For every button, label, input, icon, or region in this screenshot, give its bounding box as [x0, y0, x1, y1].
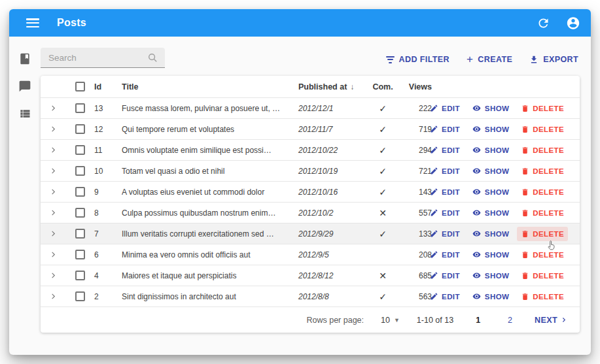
show-button[interactable]: SHOW: [468, 206, 513, 220]
header-com[interactable]: Com.: [364, 82, 402, 91]
show-button[interactable]: SHOW: [468, 164, 513, 178]
edit-button[interactable]: EDIT: [426, 290, 464, 303]
edit-button[interactable]: EDIT: [426, 248, 464, 261]
menu-icon[interactable]: [26, 18, 39, 27]
eye-icon: [472, 104, 482, 112]
row-checkbox[interactable]: [75, 291, 85, 301]
expand-row-button[interactable]: [41, 105, 65, 112]
user-avatar-icon[interactable]: [566, 16, 580, 30]
edit-button[interactable]: EDIT: [426, 185, 464, 199]
delete-button[interactable]: DELETE: [517, 164, 568, 178]
row-checkbox[interactable]: [75, 166, 85, 176]
pencil-icon: [430, 167, 438, 175]
edit-button[interactable]: EDIT: [426, 269, 464, 282]
delete-button[interactable]: DELETE: [517, 185, 568, 199]
edit-button[interactable]: EDIT: [426, 122, 464, 136]
header-id[interactable]: Id: [94, 82, 122, 91]
page-button-2[interactable]: 2: [503, 313, 518, 327]
cell-id: 10: [94, 167, 122, 176]
expand-row-button[interactable]: [41, 146, 65, 154]
cell-commentable: ✓: [364, 291, 402, 302]
row-checkbox[interactable]: [75, 208, 85, 218]
show-button[interactable]: SHOW: [468, 290, 513, 303]
expand-row-button[interactable]: [41, 167, 65, 174]
chevron-right-icon: [50, 167, 57, 174]
show-button[interactable]: SHOW: [468, 101, 513, 115]
expand-row-button[interactable]: [41, 209, 65, 216]
trash-icon: [521, 208, 529, 218]
cell-commentable: ✓: [364, 124, 402, 135]
edit-button[interactable]: EDIT: [426, 164, 464, 178]
create-button[interactable]: + CREATE: [465, 52, 514, 67]
delete-button[interactable]: DELETE: [517, 206, 568, 220]
rows-per-page-select[interactable]: 10 ▼: [381, 316, 400, 325]
expand-row-button[interactable]: [41, 293, 65, 300]
edit-button[interactable]: EDIT: [426, 101, 464, 115]
row-checkbox[interactable]: [75, 250, 85, 259]
cell-published: 2012/10/22: [298, 146, 364, 155]
filter-icon: [386, 56, 395, 63]
select-all-checkbox[interactable]: [75, 82, 85, 91]
table-header-row: Id Title Published at↓ Com. Views: [41, 76, 580, 98]
plus-icon: +: [467, 56, 473, 63]
edit-button[interactable]: EDIT: [426, 227, 464, 240]
header-published[interactable]: Published at↓: [298, 82, 364, 91]
cell-commentable: ✕: [364, 271, 402, 281]
expand-row-button[interactable]: [41, 125, 65, 133]
table-row: 2 Sint dignissimos in architecto aut 201…: [41, 286, 580, 307]
posts-table-card: Id Title Published at↓ Com. Views 13 Fus…: [41, 76, 580, 333]
delete-button[interactable]: DELETE: [517, 227, 568, 241]
cell-published: 2012/10/2: [298, 208, 364, 218]
delete-button[interactable]: DELETE: [517, 143, 568, 157]
show-button[interactable]: SHOW: [468, 227, 513, 240]
delete-button[interactable]: DELETE: [517, 101, 568, 116]
header-title[interactable]: Title: [122, 82, 298, 91]
cell-id: 8: [94, 208, 122, 218]
show-button[interactable]: SHOW: [468, 122, 513, 136]
cell-published: 2012/9/29: [298, 229, 364, 239]
cell-commentable: ✓: [364, 103, 402, 114]
delete-button[interactable]: DELETE: [517, 269, 568, 283]
delete-button[interactable]: DELETE: [517, 122, 568, 137]
row-checkbox[interactable]: [75, 103, 85, 113]
delete-button[interactable]: DELETE: [517, 290, 568, 304]
export-button[interactable]: EXPORT: [528, 52, 580, 67]
header-views[interactable]: Views: [402, 82, 436, 91]
add-filter-button[interactable]: ADD FILTER: [385, 52, 451, 67]
pencil-icon: [430, 229, 438, 238]
cell-title: Omnis voluptate enim similique est possi…: [122, 146, 298, 155]
table-row: 12 Qui tempore rerum et voluptates 2012/…: [41, 119, 580, 140]
row-checkbox[interactable]: [75, 187, 85, 197]
caret-down-icon: ▼: [394, 317, 400, 323]
expand-row-button[interactable]: [41, 251, 65, 258]
cell-title: Culpa possimus quibusdam nostrum enim…: [122, 208, 298, 218]
sidebar-item-comments[interactable]: [17, 78, 33, 94]
row-checkbox[interactable]: [75, 124, 85, 134]
search-input[interactable]: [41, 48, 165, 68]
row-checkbox[interactable]: [75, 145, 85, 155]
show-button[interactable]: SHOW: [468, 143, 513, 157]
cell-id: 6: [94, 250, 122, 259]
show-button[interactable]: SHOW: [468, 269, 513, 282]
sidebar-item-posts[interactable]: [17, 51, 33, 67]
page-button-1[interactable]: 1: [470, 313, 485, 327]
expand-row-button[interactable]: [41, 230, 65, 237]
show-button[interactable]: SHOW: [468, 248, 513, 261]
row-checkbox[interactable]: [75, 229, 85, 239]
refresh-icon[interactable]: [536, 16, 550, 30]
pencil-icon: [430, 188, 438, 196]
delete-button[interactable]: DELETE: [517, 248, 568, 262]
chevron-right-icon: [50, 146, 57, 154]
edit-button[interactable]: EDIT: [426, 143, 464, 157]
row-checkbox[interactable]: [75, 271, 85, 280]
show-button[interactable]: SHOW: [468, 185, 513, 199]
cell-id: 7: [94, 229, 122, 239]
app-bar: Posts: [9, 9, 591, 37]
sort-desc-icon: ↓: [350, 82, 354, 91]
expand-row-button[interactable]: [41, 272, 65, 279]
sidebar: [9, 37, 41, 333]
expand-row-button[interactable]: [41, 188, 65, 195]
next-page-button[interactable]: NEXT: [535, 316, 567, 325]
edit-button[interactable]: EDIT: [426, 206, 464, 220]
sidebar-item-list[interactable]: [17, 106, 33, 122]
